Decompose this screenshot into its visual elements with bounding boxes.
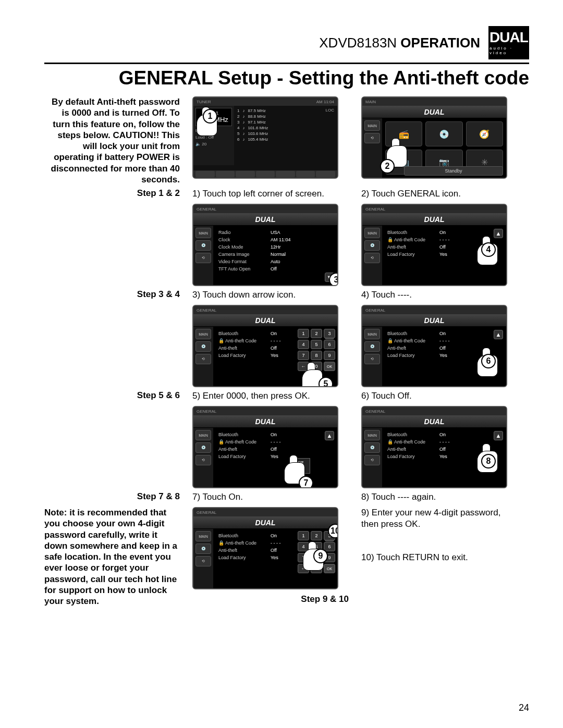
step-badge-2: 2 bbox=[380, 159, 395, 174]
step-badge-5: 5 bbox=[319, 377, 333, 387]
caption-5: 5) Enter 0000, then press OK. bbox=[192, 390, 349, 402]
dual-logo: DUAL audio · video bbox=[488, 26, 529, 59]
keypad: 123 456 789 ←0OK bbox=[298, 329, 335, 371]
up-arrow-icon: ▲ bbox=[494, 229, 503, 238]
step-badge-1: 1 bbox=[203, 109, 217, 124]
screenshot-step3: GENERAL DUAL MAIN💿⟲ RadioUSA ClockAM 11:… bbox=[192, 204, 338, 286]
content-grid: By default Anti-theft password is 0000 a… bbox=[44, 96, 529, 607]
step-badge-3: 3 bbox=[329, 273, 338, 286]
step-label-12: Step 1 & 2 bbox=[44, 188, 180, 201]
screenshot-step9-10: GENERAL DUAL MAIN💿⟲ ▲ BluetoothOn Anti-t… bbox=[192, 507, 338, 589]
step-badge-6: 6 bbox=[481, 354, 496, 368]
screenshot-step6: GENERAL DUAL MAIN💿⟲ ▲ BluetoothOn Anti-t… bbox=[361, 305, 507, 387]
page-number: 24 bbox=[519, 702, 529, 713]
operation-word: OPERATION bbox=[400, 35, 480, 51]
off-on-popup: Off On bbox=[291, 458, 310, 474]
logo-main-text: DUAL bbox=[489, 30, 528, 45]
step-label-34: Step 3 & 4 bbox=[44, 289, 180, 302]
step-badge-7: 7 bbox=[299, 476, 313, 488]
screenshot-step1: TUNERAM 11:04 FM1 97.1 MHz EQ : User Lou… bbox=[192, 96, 338, 179]
step-badge-9: 9 bbox=[313, 549, 328, 563]
step-badge-4: 4 bbox=[481, 242, 496, 257]
caption-8: 8) Touch ---- again. bbox=[361, 491, 518, 503]
model-number: XDVD8183N bbox=[319, 35, 397, 51]
step-badge-8: 8 bbox=[481, 454, 496, 468]
screenshot-step8: GENERAL DUAL MAIN💿⟲ ▲ BluetoothOn Anti-t… bbox=[361, 406, 507, 488]
step-label-78: Step 7 & 8 bbox=[44, 491, 180, 504]
caption-4: 4) Touch ----. bbox=[361, 289, 518, 301]
step-label-910: Step 9 & 10 bbox=[192, 594, 349, 607]
note-text: Note: it is recommended that you choose … bbox=[44, 507, 180, 607]
step-label-56: Step 5 & 6 bbox=[44, 390, 180, 403]
caption-7: 7) Touch On. bbox=[192, 491, 349, 503]
header-title: XDVD8183N OPERATION bbox=[319, 35, 480, 51]
page-title: GENERAL Setup - Setting the Anti-theft c… bbox=[44, 67, 529, 89]
general-icon: 📻 bbox=[385, 121, 422, 146]
caption-10: 10) Touch RETURN to exit. bbox=[361, 552, 518, 563]
step-badge-10: 10 bbox=[328, 524, 338, 538]
page-header: XDVD8183N OPERATION DUAL audio · video bbox=[44, 26, 529, 59]
screenshot-step7: GENERAL DUAL MAIN💿⟲ ▲ BluetoothOn Anti-t… bbox=[192, 406, 338, 488]
header-rule bbox=[44, 63, 529, 64]
logo-sub-text: audio · video bbox=[489, 46, 528, 55]
screenshot-step2: MAIN DUAL MAIN ⟲ 📻 💿 🧭 📺 📷 ✳ Standby 2 bbox=[361, 96, 507, 179]
screenshot-step5: GENERAL DUAL MAIN💿⟲ ▲ BluetoothOn Anti-t… bbox=[192, 305, 338, 387]
caption-1: 1) Touch top left corner of screen. bbox=[192, 188, 349, 200]
intro-text: By default Anti-theft password is 0000 a… bbox=[44, 96, 180, 185]
preset-list: 1♪87.5 MHz 2♪88.8 MHz 3♪97.1 MHz 4♪101.6… bbox=[234, 106, 337, 165]
screenshot-step4: GENERAL DUAL MAIN💿⟲ ▲ BluetoothOn Anti-t… bbox=[361, 204, 507, 286]
caption-6: 6) Touch Off. bbox=[361, 390, 518, 402]
caption-2: 2) Touch GENERAL icon. bbox=[361, 188, 518, 200]
caption-9: 9) Enter your new 4-digit password, then… bbox=[361, 507, 518, 530]
caption-3: 3) Touch down arrow icon. bbox=[192, 289, 349, 301]
